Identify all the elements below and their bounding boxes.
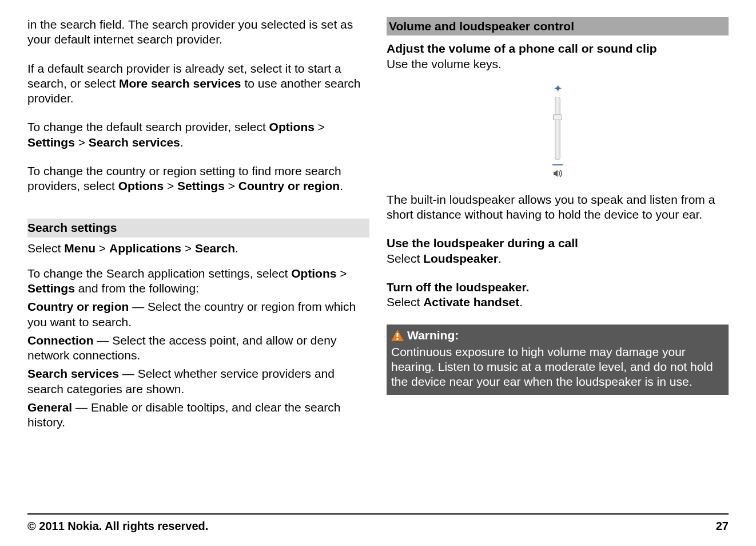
paragraph: Select Loudspeaker. xyxy=(387,251,729,266)
bold-text: Country or region xyxy=(238,179,340,192)
bold-text: Settings xyxy=(27,282,75,295)
bold-text: Options xyxy=(118,179,164,192)
sub-heading: Adjust the volume of a phone call or sou… xyxy=(387,41,729,56)
bold-text: Menu xyxy=(64,242,96,255)
paragraph: To change the default search provider, s… xyxy=(27,120,369,150)
warning-text: Continuous exposure to high volume may d… xyxy=(391,345,724,390)
text: To change the Search application setting… xyxy=(27,267,291,280)
page-footer: © 2011 Nokia. All rights reserved. 27 xyxy=(27,513,729,533)
slider-thumb xyxy=(553,114,562,120)
text: Select xyxy=(387,295,423,308)
slider-track xyxy=(555,97,560,160)
section-header-search-settings: Search settings xyxy=(27,219,369,237)
paragraph: Select Activate handset. xyxy=(387,295,729,310)
text: > xyxy=(96,242,109,255)
warning-title-row: Warning: xyxy=(391,328,724,343)
text: . xyxy=(235,242,238,255)
bold-text: Search xyxy=(195,242,235,255)
bold-text: General xyxy=(27,401,72,414)
text: . xyxy=(340,179,343,192)
list-item: Connection — Select the access point, an… xyxy=(27,333,369,363)
text: . xyxy=(519,295,523,308)
text: — Enable or disable tooltips, and clear … xyxy=(27,401,341,429)
bold-text: Activate handset xyxy=(423,295,519,308)
paragraph: The built-in loudspeaker allows you to s… xyxy=(387,192,729,223)
bold-text: Applications xyxy=(109,242,181,255)
bold-text: Loudspeaker xyxy=(423,252,498,265)
text: Select xyxy=(27,242,64,255)
svg-rect-1 xyxy=(397,338,399,340)
bold-text: More search services xyxy=(119,77,241,90)
text: > xyxy=(181,242,195,255)
paragraph: Use the volume keys. xyxy=(387,57,729,72)
paragraph: To change the country or region setting … xyxy=(27,164,369,194)
bold-text: Search services xyxy=(27,367,119,380)
warning-label: Warning: xyxy=(407,328,459,343)
text: . xyxy=(180,136,184,149)
text: > xyxy=(164,179,177,192)
list-item: Search services — Select whether service… xyxy=(27,366,369,397)
copyright-text: © 2011 Nokia. All rights reserved. xyxy=(27,519,208,533)
list-item: General — Enable or disable tooltips, an… xyxy=(27,400,369,430)
text: > xyxy=(315,120,325,133)
sub-heading: Use the loudspeaker during a call xyxy=(387,236,729,251)
bold-text: Connection xyxy=(27,334,94,347)
text: > xyxy=(336,267,347,280)
speaker-icon xyxy=(553,169,562,177)
text: > xyxy=(75,136,89,149)
bold-text: Settings xyxy=(27,136,75,149)
warning-box: Warning: Continuous exposure to high vol… xyxy=(387,325,729,395)
minus-icon: — xyxy=(552,162,563,167)
page-number: 27 xyxy=(716,519,729,533)
left-column: in the search field. The search provider… xyxy=(27,17,369,492)
volume-slider-illustration: ✦ — xyxy=(387,83,729,177)
list-item: Country or region — Select the country o… xyxy=(27,299,369,330)
text: and from the following: xyxy=(75,282,199,295)
page-content: in the search field. The search provider… xyxy=(27,17,729,492)
bold-text: Options xyxy=(291,267,336,280)
sub-heading: Turn off the loudspeaker. xyxy=(387,280,729,295)
text: . xyxy=(498,252,502,265)
warning-icon xyxy=(391,330,404,341)
bold-text: Search services xyxy=(89,136,180,149)
paragraph: in the search field. The search provider… xyxy=(27,17,369,48)
paragraph: If a default search provider is already … xyxy=(27,61,369,106)
bold-text: Country or region xyxy=(27,300,129,313)
text: Select xyxy=(387,252,423,265)
right-column: Volume and loudspeaker control Adjust th… xyxy=(387,17,729,492)
bold-text: Options xyxy=(269,120,315,133)
bold-text: Settings xyxy=(177,179,225,192)
text: > xyxy=(225,179,238,192)
svg-rect-0 xyxy=(397,333,399,337)
section-header-volume: Volume and loudspeaker control xyxy=(387,17,729,35)
paragraph: To change the Search application setting… xyxy=(27,266,369,296)
paragraph: Select Menu > Applications > Search. xyxy=(27,241,369,256)
text: To change the default search provider, s… xyxy=(27,120,269,133)
plus-icon: ✦ xyxy=(554,83,562,94)
